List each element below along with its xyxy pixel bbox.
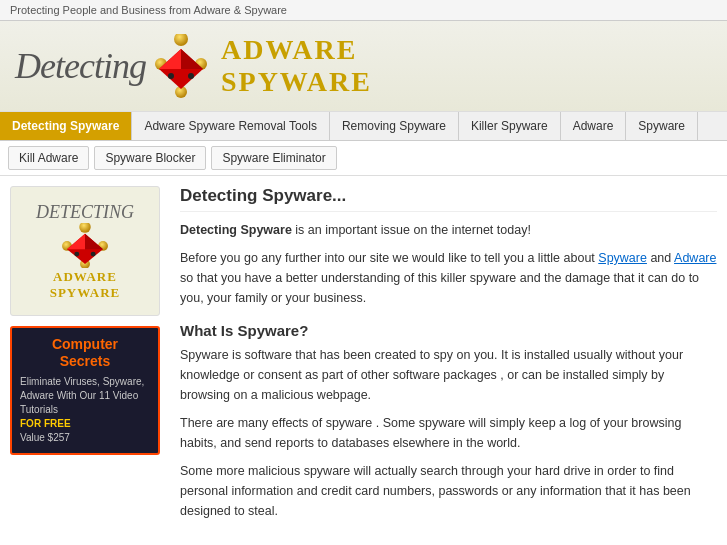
nav-item-adware[interactable]: Adware (561, 112, 627, 140)
logo-diamond-svg (151, 34, 211, 99)
para1-mid: and (647, 251, 674, 265)
svg-point-8 (188, 73, 194, 79)
sidebar-diamond (60, 226, 110, 266)
svg-point-16 (74, 252, 79, 257)
svg-marker-14 (85, 234, 103, 250)
sidebar-ad[interactable]: Computer Secrets Eliminate Viruses, Spyw… (10, 326, 160, 455)
nav-item-killer-spyware[interactable]: Killer Spyware (459, 112, 561, 140)
svg-point-17 (91, 252, 96, 257)
adware-link[interactable]: Adware (674, 251, 716, 265)
sec-nav-spyware-eliminator[interactable]: Spyware Eliminator (211, 146, 336, 170)
spyware-link[interactable]: Spyware (598, 251, 647, 265)
intro-rest: is an important issue on the internet to… (292, 223, 531, 237)
main-content: DETECTING (0, 176, 727, 539)
paragraph-2: Spyware is software that has been create… (180, 345, 717, 405)
para1-end: so that you have a better understanding … (180, 271, 699, 305)
nav-item-adware-removal-tools[interactable]: Adware Spyware Removal Tools (132, 112, 330, 140)
para1-start: Before you go any further into our site … (180, 251, 598, 265)
svg-point-7 (168, 73, 174, 79)
sidebar-logo: DETECTING (10, 186, 160, 316)
paragraph-4: Some more malicious spyware will actuall… (180, 461, 717, 521)
logo-spyware-text: SPYWARE (221, 66, 372, 98)
logo-container: Detecting (15, 34, 372, 98)
logo-detecting-text: Detecting (15, 45, 146, 87)
nav-item-detecting-spyware[interactable]: Detecting Spyware (0, 112, 132, 140)
header: Detecting (0, 21, 727, 111)
sidebar-diamond-svg (60, 223, 110, 268)
logo-adware-spyware: ADWARE SPYWARE (221, 34, 372, 98)
primary-nav: Detecting Spyware Adware Spyware Removal… (0, 111, 727, 141)
logo-adware-text: ADWARE (221, 34, 372, 66)
top-bar-text: Protecting People and Business from Adwa… (10, 4, 287, 16)
sidebar-logo-adware: ADWARE (53, 269, 117, 285)
svg-point-9 (79, 223, 90, 233)
nav-item-removing-spyware[interactable]: Removing Spyware (330, 112, 459, 140)
intro-bold: Detecting Spyware (180, 223, 292, 237)
sec-nav-kill-adware[interactable]: Kill Adware (8, 146, 89, 170)
intro-paragraph: Detecting Spyware is an important issue … (180, 220, 717, 240)
sec-nav-spyware-blocker[interactable]: Spyware Blocker (94, 146, 206, 170)
content-area: Detecting Spyware... Detecting Spyware i… (180, 186, 717, 529)
ad-body: Eliminate Viruses, Spyware, Adware With … (20, 375, 150, 445)
sidebar: DETECTING (10, 186, 170, 529)
logo-diamond (151, 36, 211, 96)
what-is-spyware-heading: What Is Spyware? (180, 322, 717, 339)
svg-point-0 (174, 34, 188, 46)
sidebar-logo-spyware: SPYWARE (50, 285, 121, 301)
paragraph-1: Before you go any further into our site … (180, 248, 717, 308)
main-heading: Detecting Spyware... (180, 186, 717, 212)
top-bar: Protecting People and Business from Adwa… (0, 0, 727, 21)
secondary-nav: Kill Adware Spyware Blocker Spyware Elim… (0, 141, 727, 176)
nav-item-spyware[interactable]: Spyware (626, 112, 698, 140)
paragraph-3: There are many effects of spyware . Some… (180, 413, 717, 453)
sidebar-logo-detecting: DETECTING (36, 202, 134, 223)
ad-free-text: FOR FREE (20, 418, 71, 429)
ad-title: Computer Secrets (20, 336, 150, 370)
svg-marker-15 (67, 234, 85, 250)
